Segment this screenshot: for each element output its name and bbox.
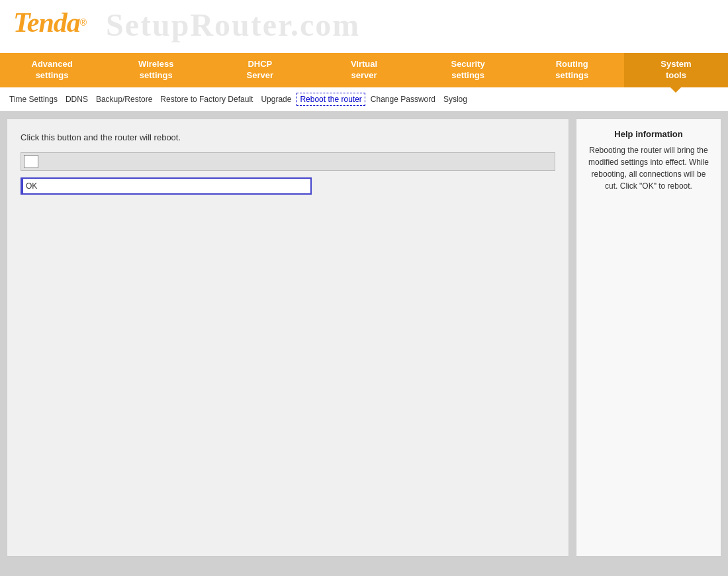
nav-item-advanced[interactable]: Advancedsettings — [0, 53, 104, 87]
navbar: Advancedsettings Wirelesssettings DHCPSe… — [0, 53, 728, 87]
logo-text: Tenda — [13, 7, 80, 38]
subnav-item-reboot[interactable]: Reboot the router — [296, 93, 365, 106]
subnav-item-ddns[interactable]: DDNS — [63, 93, 91, 105]
nav-label-virtual: Virtualserver — [351, 59, 377, 81]
logo-reg: ® — [80, 17, 87, 28]
nav-label-advanced: Advancedsettings — [32, 59, 73, 81]
subnav-item-password[interactable]: Change Password — [368, 93, 438, 105]
nav-label-security: Securitysettings — [451, 59, 484, 81]
nav-item-system[interactable]: Systemtools — [624, 53, 728, 87]
nav-label-routing: Routingsettings — [555, 59, 588, 81]
nav-item-dhcp[interactable]: DHCPServer — [208, 53, 312, 87]
subnav-item-upgrade[interactable]: Upgrade — [258, 93, 294, 105]
ok-button-container: OK — [21, 177, 555, 195]
subnav-item-syslog[interactable]: Syslog — [441, 93, 470, 105]
reboot-trigger-button[interactable] — [24, 155, 38, 168]
nav-item-virtual[interactable]: Virtualserver — [312, 53, 416, 87]
watermark: SetupRouter.com — [106, 7, 360, 43]
nav-label-wireless: Wirelesssettings — [138, 59, 173, 81]
nav-item-security[interactable]: Securitysettings — [416, 53, 520, 87]
nav-item-wireless[interactable]: Wirelesssettings — [104, 53, 208, 87]
subnav-item-factory[interactable]: Restore to Factory Default — [158, 93, 255, 105]
help-text: Rebooting the router will bring the modi… — [584, 144, 713, 192]
ok-button[interactable]: OK — [21, 177, 312, 195]
main-panel: Click this button and the router will re… — [7, 119, 569, 557]
reboot-description: Click this button and the router will re… — [21, 132, 555, 142]
help-title: Help information — [584, 129, 713, 139]
help-panel: Help information Rebooting the router wi… — [576, 119, 721, 557]
nav-item-routing[interactable]: Routingsettings — [520, 53, 624, 87]
subnav-item-backup[interactable]: Backup/Restore — [93, 93, 155, 105]
header: Tenda® SetupRouter.com — [0, 0, 728, 53]
subnav-item-time[interactable]: Time Settings — [7, 93, 60, 105]
progress-bar-container — [21, 152, 555, 171]
nav-label-dhcp: DHCPServer — [247, 59, 273, 81]
nav-label-system: Systemtools — [660, 59, 691, 81]
subnav: Time Settings DDNS Backup/Restore Restor… — [0, 87, 728, 112]
content-area: Click this button and the router will re… — [0, 112, 728, 563]
